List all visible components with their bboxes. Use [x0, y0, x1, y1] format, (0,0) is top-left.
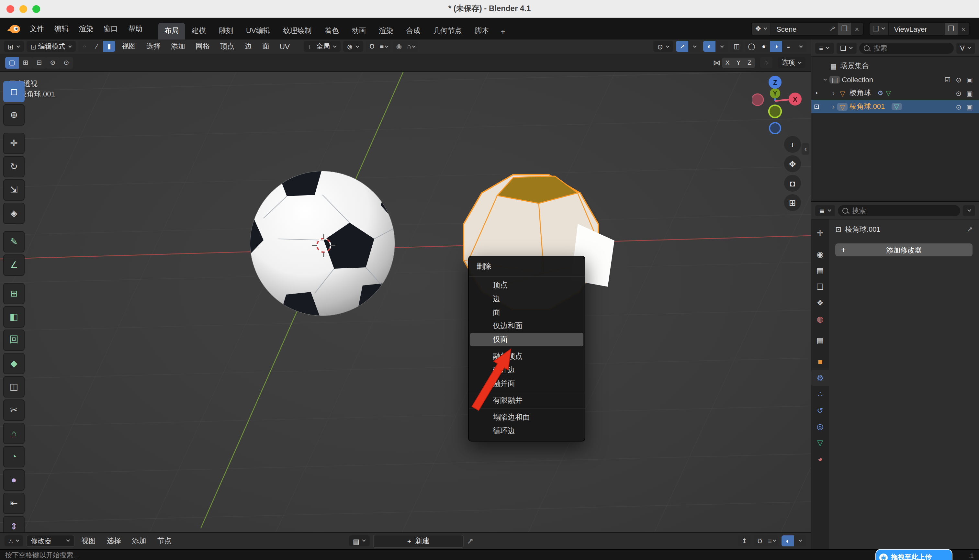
select-extend-button[interactable]: ⊞: [19, 57, 32, 68]
viewport-menu-mesh[interactable]: 网格: [192, 42, 213, 52]
menu-render[interactable]: 渲染: [74, 22, 98, 36]
tool-spin[interactable]: ◔: [3, 446, 25, 467]
tool-add-cube[interactable]: ⊞: [3, 283, 25, 304]
tab-render[interactable]: ◉: [811, 246, 829, 262]
viewport-menu-select[interactable]: 选择: [142, 42, 165, 52]
tab-physics[interactable]: ↺: [811, 402, 829, 418]
sidebar-collapse-tab[interactable]: ‹: [802, 143, 809, 155]
tool-transform[interactable]: ◈: [3, 203, 25, 224]
viewlayer-selector[interactable]: ❏ ViewLayer ❐ ×: [869, 22, 970, 36]
tool-bevel[interactable]: ◆: [3, 353, 25, 374]
select-difference-button[interactable]: ⊘: [46, 57, 60, 68]
expand-icon[interactable]: ›: [829, 88, 837, 97]
workspace-tab-uv[interactable]: UV编辑: [240, 23, 277, 40]
viewport-canvas[interactable]: [0, 72, 811, 532]
tool-move[interactable]: ✛: [3, 133, 25, 154]
select-subtract-button[interactable]: ⊟: [32, 57, 46, 68]
hide-eye-icon[interactable]: ⊙: [953, 103, 964, 110]
tool-inset-faces[interactable]: 回: [3, 330, 25, 351]
tool-cursor-3d[interactable]: ⊕: [3, 104, 25, 126]
viewport-menu-add[interactable]: 添加: [167, 42, 189, 52]
options-dropdown[interactable]: 选项: [778, 57, 806, 68]
outliner-display-mode[interactable]: ≡: [815, 42, 834, 53]
material-preview-button[interactable]: ◑: [770, 41, 782, 52]
visibility-dropdown[interactable]: ⊙: [653, 41, 674, 52]
node-menu-node[interactable]: 节点: [153, 536, 175, 546]
disable-render-icon[interactable]: ▣: [964, 103, 975, 110]
remove-viewlayer-icon[interactable]: ×: [957, 25, 969, 33]
show-overlays-icon[interactable]: ◐: [782, 535, 794, 547]
tab-object-data[interactable]: ▽: [811, 434, 829, 451]
hide-eye-icon[interactable]: ⊙: [953, 75, 964, 83]
tab-collection[interactable]: ▤: [811, 332, 829, 348]
hide-eye-icon[interactable]: ⊙: [953, 89, 964, 97]
select-set-button[interactable]: ▢: [5, 57, 19, 68]
editor-type-selector[interactable]: ⊞: [4, 41, 24, 52]
menu-item-edge-loops[interactable]: 循环边: [469, 424, 585, 438]
pin-icon[interactable]: ⊸: [964, 224, 974, 234]
snap-settings-dropdown[interactable]: ≡: [378, 41, 390, 52]
viewport-menu-view[interactable]: 视图: [118, 42, 140, 52]
node-tree-selector[interactable]: ▤: [349, 535, 370, 547]
tool-smooth[interactable]: ●: [3, 469, 25, 491]
outliner-search-input[interactable]: [872, 43, 949, 52]
solid-shading-button[interactable]: ●: [757, 41, 770, 52]
expand-icon[interactable]: ›: [821, 75, 830, 83]
tab-particles[interactable]: ∴: [811, 386, 829, 402]
xray-toggle[interactable]: ◫: [730, 41, 743, 52]
snap-magnet-icon[interactable]: Ω: [754, 535, 766, 547]
wireframe-shading-button[interactable]: ◯: [745, 41, 757, 52]
new-node-tree-button[interactable]: + 新建: [373, 535, 464, 547]
mesh-data-icon[interactable]: ▽: [891, 103, 902, 110]
mesh-data-icon[interactable]: ▽: [886, 89, 891, 97]
copy-viewlayer-icon[interactable]: ❐: [944, 23, 957, 35]
properties-search-input[interactable]: [851, 206, 956, 215]
snap-settings-dropdown[interactable]: ≡: [766, 535, 778, 547]
disable-render-icon[interactable]: ▣: [964, 89, 975, 97]
viewport-menu-uv[interactable]: UV: [276, 43, 294, 50]
tab-scene[interactable]: ❖: [811, 295, 829, 311]
expand-icon[interactable]: ›: [829, 102, 837, 111]
outliner-row-icosphere-001[interactable]: ⊡ › ▽ 棱角球.001 ▽ ⊙ ▣: [811, 100, 979, 113]
outliner-row-collection[interactable]: › ▤ Collection ☑ ⊙ ▣: [811, 73, 979, 86]
tool-rotate[interactable]: ↻: [3, 156, 25, 177]
proportional-edit-icon[interactable]: ◉: [393, 41, 405, 52]
workspace-tab-animation[interactable]: 动画: [345, 23, 373, 40]
workspace-tab-rendering[interactable]: 渲染: [373, 23, 400, 40]
tab-output[interactable]: ▤: [811, 262, 829, 278]
menu-item-vertices[interactable]: 顶点: [469, 278, 585, 292]
modifier-datablock-dropdown[interactable]: 修改器: [27, 535, 75, 547]
workspace-tab-sculpting[interactable]: 雕刻: [212, 23, 240, 40]
disable-render-icon[interactable]: ▣: [964, 75, 975, 83]
back-to-parent-button[interactable]: ↥: [738, 535, 751, 547]
topology-mirror-icon[interactable]: ◌: [760, 57, 772, 68]
outliner-row-icosphere[interactable]: • › ▽ 棱角球 ⚙ ▽ ⊙ ▣: [811, 86, 979, 100]
node-menu-add[interactable]: 添加: [128, 536, 150, 546]
node-editor-type-selector[interactable]: ∴: [5, 535, 23, 547]
modifier-wrench-icon[interactable]: ⚙: [877, 89, 883, 97]
outliner-filter-dropdown[interactable]: ∇: [956, 42, 975, 53]
add-workspace-button[interactable]: +: [495, 24, 510, 40]
edge-select-button[interactable]: ∕: [91, 41, 103, 52]
node-menu-select[interactable]: 选择: [103, 536, 125, 546]
pin-icon[interactable]: ⊸: [465, 535, 475, 547]
mode-selector[interactable]: ⊡ 编辑模式: [27, 41, 76, 52]
tool-poly-build[interactable]: ⌂: [3, 423, 25, 444]
select-intersect-button[interactable]: ⊙: [60, 57, 73, 68]
vertex-select-button[interactable]: ◦: [78, 41, 91, 52]
tool-edge-slide[interactable]: ⇤: [3, 493, 25, 514]
tab-object[interactable]: ■: [811, 353, 829, 370]
tab-view-layer[interactable]: ❏: [811, 278, 829, 295]
gizmo-x-neg-axis[interactable]: [752, 94, 763, 105]
viewport-menu-vertex[interactable]: 顶点: [216, 42, 238, 52]
tab-world[interactable]: ◍: [811, 311, 829, 327]
viewport-menu-edge[interactable]: 边: [241, 42, 256, 52]
properties-search[interactable]: [838, 205, 960, 216]
workspace-tab-shading[interactable]: 着色: [318, 23, 345, 40]
menu-item-edges[interactable]: 边: [469, 292, 585, 305]
tool-measure[interactable]: ∠: [3, 255, 25, 276]
mirror-y-button[interactable]: Y: [733, 58, 744, 68]
pivot-point-selector[interactable]: ⊚: [343, 41, 363, 52]
menu-window[interactable]: 窗口: [98, 22, 123, 36]
mirror-z-button[interactable]: Z: [744, 58, 755, 68]
